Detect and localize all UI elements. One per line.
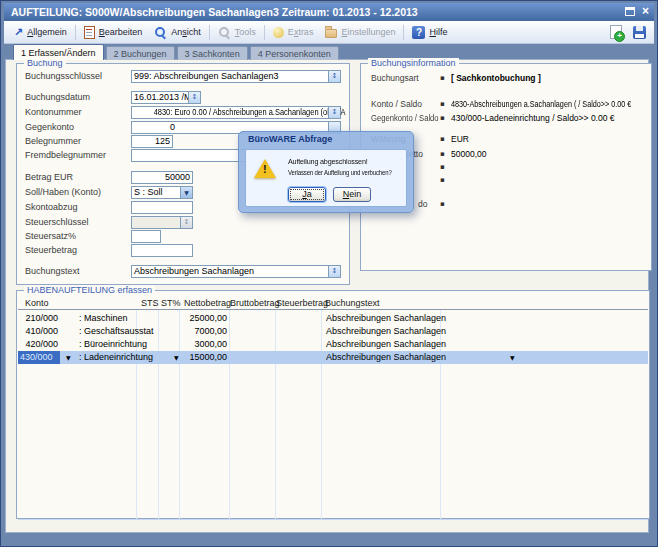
steuerschluessel-combo: ↕ [131,216,193,229]
warning-exclamation: ! [263,163,267,175]
app-window: AUFTEILUNG: S000W/Abschreibungen Sachanl… [0,0,658,547]
steuersatz-field[interactable] [131,230,161,243]
waehrung-value: EUR [451,134,469,144]
buchungsinformation-caption: Buchungsinformation [368,58,459,68]
dropdown-arrow-icon[interactable]: ▼ [180,187,192,198]
menu-toolbar: ↗ Allgemein Bearbeiten Ansicht Tools Ext… [4,21,654,44]
spinner-icon[interactable]: ↕ [188,92,200,103]
title-bar[interactable]: AUFTEILUNG: S000W/Abschreibungen Sachanl… [4,3,654,21]
spinner-icon[interactable]: ↕ [328,71,340,82]
window-close-button[interactable]: × [642,6,649,17]
betrag-field[interactable]: 50000 [131,171,193,184]
bullet-icon: ▪ [440,74,445,82]
toolbar-separator [209,25,210,40]
menu-bearbeiten-label: Bearbeiten [99,27,143,37]
buchungsart-value: [ Sachkontobuchung ] [451,73,541,83]
bullet-icon: ▪ [440,200,445,208]
buchungsschluessel-label: Buchungsschlüssel [25,71,102,81]
buchungsdatum-field[interactable]: 16.01.2013 /M ↕ [131,91,201,104]
menu-einstellungen-label: Einstellungen [341,27,395,37]
window-title: AUFTEILUNG: S000W/Abschreibungen Sachanl… [4,6,418,18]
dialog-body: ! Aufteilung abgeschlossen! Verlassen de… [245,149,407,207]
habenaufteilung-groupbox: HABENAUFTEILUNG erfassen Konto STS ST% N… [16,290,650,519]
yes-button[interactable]: Ja [288,187,326,202]
menu-ansicht-label: Ansicht [171,27,201,37]
help-icon: ? [412,26,425,39]
bullet-icon: ▪ [440,135,445,143]
extras-icon [273,27,284,38]
table-row[interactable]: 420/000 : Büroeinrichtung 3000,00 Abschr… [18,338,648,351]
steuerbetrag-field[interactable] [131,244,193,257]
menu-tools-label: Tools [235,27,256,37]
tools-icon [218,26,231,39]
column-header-sts: STS [141,298,159,308]
dropdown-arrow-icon[interactable]: ▼ [510,354,515,361]
confirm-dialog: BüroWARE Abfrage ! Aufteilung abgeschlos… [238,131,414,213]
bullet-icon: ▪ [440,176,445,184]
sollhaben-label: Soll/Haben (Konto) [25,187,101,197]
toolbar-separator [75,25,76,40]
skontoabzug-field[interactable] [131,201,193,214]
tab-erfassen-aendern[interactable]: 1 Erfassen/Ändern [13,44,104,60]
table-row[interactable]: 210/000 : Maschinen 25000,00 Abschreibun… [18,312,648,325]
spinner-icon[interactable]: ↕ [328,266,340,277]
table-row-selected[interactable]: 430/000 ▼ : Ladeneinrichtung ▼ 15000,00 … [18,351,648,364]
tab-sachkonten[interactable]: 3 Sachkonten [177,46,248,60]
toolbar-separator [403,25,404,40]
menu-extras[interactable]: Extras [267,23,320,42]
dialog-title: BüroWARE Abfrage [248,134,332,144]
steuerbetrag-label: Steuerbetrag [25,245,77,255]
table-row[interactable]: 410/000 : Geschäftsausstat 7000,00 Absch… [18,325,648,338]
konto-saldo-value: 4830-Abschreibungen a.Sachanlagen ( / Sa… [451,99,658,109]
no-button[interactable]: Nein [333,187,371,202]
dialog-message-line2: Verlassen der Aufteilung und verbuchen? [288,168,426,177]
column-header-buchungstext: Buchungstext [325,298,380,308]
skontoabzug-label: Skontoabzug [25,202,78,212]
betrag-label: Betrag EUR [25,172,73,182]
belegnummer-field[interactable]: 125 [131,135,173,148]
bullet-icon: ▪ [440,100,445,108]
konto-saldo-label: Konto / Saldo [371,99,422,109]
menu-hilfe[interactable]: ? Hilfe [406,23,453,42]
bullet-icon: ▪ [440,114,445,122]
buchungsschluessel-combo[interactable]: 999: Abschreibungen Sachanlagen3 ↕ [131,70,341,83]
spinner-icon[interactable]: ↕ [328,107,340,118]
summe-netto-value: 50000,00 [451,149,486,159]
selected-konto-cell[interactable]: 430/000 [18,351,60,364]
header-divider [18,309,648,310]
bullet-icon: ▪ [440,150,445,158]
column-header-steuerbetrag: Steuerbetrag [276,298,328,308]
save-button[interactable] [633,26,646,39]
habenaufteilung-caption: HABENAUFTEILUNG erfassen [24,285,155,295]
dropdown-arrow-icon[interactable]: ▼ [66,354,71,361]
column-header-nettobetrag: Nettobetrag [184,298,231,308]
sollhaben-dropdown[interactable]: S : Soll ▼ [131,186,193,199]
dialog-message-line1: Aufteilung abgeschlossen! [288,157,376,166]
column-header-bruttobetrag: Bruttobetrag [230,298,280,308]
steuerschluessel-label: Steuerschlüssel [25,217,89,227]
tab-buchungen[interactable]: 2 Buchungen [106,46,175,60]
buchungstext-label: Buchungstext [25,266,80,276]
menu-allgemein-label: Allgemein [27,27,67,37]
spinner-icon: ↕ [180,217,192,228]
kontonummer-combo[interactable]: 4830: Euro 0.00 / Abschreibungen a.Sacha… [131,106,341,119]
buchungsart-label: Buchungsart [371,73,419,83]
magnifier-icon [154,26,167,39]
buchungsdatum-label: Buchungsdatum [25,92,90,102]
new-document-button[interactable] [610,25,622,39]
buchungstext-combo[interactable]: Abschreibungen Sachanlagen ↕ [131,265,341,278]
menu-ansicht[interactable]: Ansicht [148,23,207,42]
kontonummer-label: Kontonummer [25,107,82,117]
window-restore-button[interactable] [625,7,635,16]
column-header-konto: Konto [25,298,49,308]
steuersatz-label: Steuersatz% [25,231,76,241]
table-bottom-line [18,519,648,520]
menu-hilfe-label: Hilfe [429,27,447,37]
menu-bearbeiten[interactable]: Bearbeiten [78,23,149,42]
menu-einstellungen[interactable]: Einstellungen [319,23,401,42]
menu-allgemein[interactable]: ↗ Allgemein [8,23,73,42]
tab-personenkonten[interactable]: 4 Personenkonten [250,46,339,60]
belegnummer-label: Belegnummer [25,136,81,146]
menu-tools[interactable]: Tools [212,23,262,42]
menu-extras-label: Extras [288,27,314,37]
